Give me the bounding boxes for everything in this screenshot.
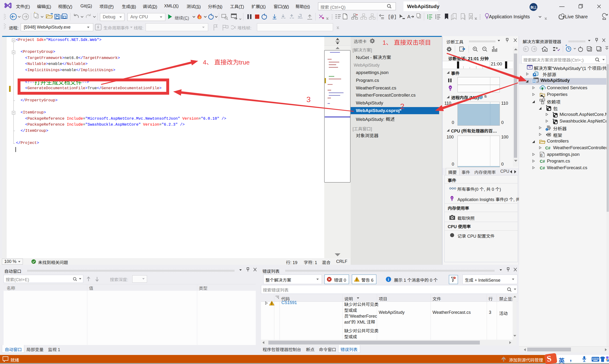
svg-text:[@]: [@] [388,14,397,20]
svg-text:C#: C# [540,159,545,164]
svg-text:A: A [407,14,411,19]
svg-text:i: i [388,277,389,281]
svg-text:i: i [546,129,547,131]
svg-text:C#: C# [540,166,545,170]
svg-text:{}: {} [540,153,543,156]
svg-text:C#: C# [545,146,550,150]
